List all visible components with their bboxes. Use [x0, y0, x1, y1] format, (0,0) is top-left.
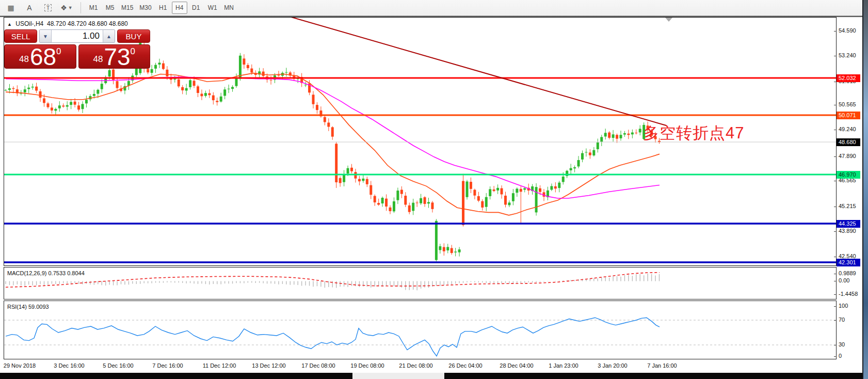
price-tick-tickmark — [834, 207, 837, 207]
rsi-pane[interactable] — [4, 301, 837, 359]
chart-symbol: USOil-,H4 — [15, 20, 43, 27]
macd-tick: -1.4458 — [839, 291, 858, 297]
bottom-bar-left — [0, 373, 352, 379]
rsi-tick: 30 — [839, 341, 845, 348]
time-label: 17 Dec 08:00 — [301, 362, 335, 369]
chart-shift-marker-icon[interactable] — [665, 18, 672, 22]
timeframe-button-m15[interactable]: M15 — [119, 2, 136, 14]
time-label: 13 Dec 12:00 — [252, 362, 285, 369]
timeframe-buttons: M1M5M15M30H1H4D1W1MN — [85, 2, 237, 14]
sell-price-sup: 0 — [56, 46, 61, 57]
timeframe-button-h1[interactable]: H1 — [155, 2, 171, 14]
text-label-icon[interactable]: T — [40, 2, 56, 14]
rsi-label: RSI(14) 59.0093 — [7, 304, 49, 310]
price-tick-tickmark — [834, 105, 837, 105]
rsi-tick: 70 — [839, 317, 845, 323]
price-tag-42.301: 42.301 — [837, 259, 860, 266]
timeframe-button-m1[interactable]: M1 — [86, 2, 101, 14]
text-label-glyph: T — [44, 4, 52, 11]
toolbar: ▦ A T ❖ ▼ M1M5M15M30H1H4D1W1MN — [0, 0, 862, 15]
timeframe-button-h4[interactable]: H4 — [172, 2, 187, 14]
arrow-shapes-icon[interactable]: ❖ ▼ — [59, 2, 74, 14]
price-tick-tickmark — [834, 130, 837, 130]
chart-title: ▲ USOil-,H4 48.720 48.720 48.680 48.680 — [7, 20, 128, 27]
time-label: 28 Dec 04:00 — [500, 362, 533, 369]
price-tick: 45.215 — [839, 203, 856, 209]
time-axis[interactable]: 29 Nov 20183 Dec 16:005 Dec 16:007 Dec 1… — [0, 361, 862, 373]
sell-price-small: 48 — [19, 54, 29, 65]
buy-price-sup: 0 — [131, 46, 135, 57]
price-tick-tickmark — [834, 231, 837, 232]
toolbar-separator — [81, 2, 81, 13]
rsi-tick: 0 — [839, 353, 842, 359]
price-tick: 47.890 — [839, 153, 856, 159]
rsi-tick-tickmark — [834, 356, 837, 357]
time-label: 3 Jan 20:00 — [598, 362, 628, 369]
bottom-bar-right — [444, 373, 862, 379]
macd-tick: 0.9889 — [839, 270, 856, 276]
price-tick: 49.240 — [839, 126, 856, 132]
sell-price-big: 68 — [30, 46, 56, 67]
symbol-marker-icon: ▲ — [7, 22, 12, 27]
price-tag-46.970: 46.970 — [837, 171, 860, 179]
macd-pane[interactable] — [4, 267, 837, 299]
price-tick-tickmark — [834, 156, 837, 157]
rsi-tick-tickmark — [834, 320, 837, 321]
timeframe-button-d1[interactable]: D1 — [188, 2, 204, 14]
chart-annotation-text: 多空转折点47 — [643, 122, 744, 144]
buy-price-small: 48 — [93, 54, 103, 65]
volume-increase-button[interactable]: ▲ — [103, 30, 115, 42]
buy-price-display[interactable]: 48 73 0 — [78, 44, 151, 69]
price-tick-tickmark — [834, 31, 837, 31]
time-label: 21 Dec 08:00 — [399, 362, 432, 369]
volume-stepper: ▼ 1.00 ▲ — [39, 29, 115, 43]
price-tick-tickmark — [834, 257, 837, 257]
timeframe-button-m30[interactable]: M30 — [137, 2, 154, 14]
one-click-trade-panel: SELL ▼ 1.00 ▲ BUY 48 68 0 48 73 0 — [4, 29, 150, 69]
price-tick: 53.240 — [839, 52, 856, 58]
price-tick-tickmark — [834, 56, 837, 56]
time-label: 1 Jan 23:00 — [549, 362, 578, 369]
timeframe-button-m5[interactable]: M5 — [102, 2, 118, 14]
buy-button[interactable]: BUY — [117, 29, 150, 43]
macd-chart[interactable] — [4, 267, 836, 299]
rsi-tick: 100 — [839, 303, 848, 309]
price-axis[interactable]: 54.59053.24051.91550.56549.24047.89046.5… — [837, 17, 862, 373]
price-tag-44.325: 44.325 — [837, 220, 860, 228]
arrow-shapes-glyph: ❖ — [60, 4, 67, 12]
rsi-chart[interactable] — [4, 301, 836, 359]
macd-tick-tickmark — [834, 281, 837, 281]
time-label: 7 Dec 16:00 — [152, 362, 183, 369]
price-tick: 54.590 — [839, 27, 856, 34]
trading-terminal-window: ▦ A T ❖ ▼ M1M5M15M30H1H4D1W1MN ▲ USOil-,… — [0, 0, 868, 379]
time-label: 11 Dec 12:00 — [203, 362, 236, 369]
volume-decrease-button[interactable]: ▼ — [40, 30, 52, 42]
chevron-down-icon: ▼ — [68, 5, 73, 10]
timeframe-button-w1[interactable]: W1 — [205, 2, 220, 14]
sell-price-display[interactable]: 48 68 0 — [4, 44, 76, 69]
time-label: 29 Nov 2018 — [4, 362, 36, 369]
time-label: 5 Dec 16:00 — [103, 362, 133, 369]
price-tick: 50.565 — [839, 101, 856, 107]
price-tag-48.680: 48.680 — [837, 138, 860, 146]
window-edge — [862, 0, 868, 379]
bottom-bar-gap — [352, 373, 444, 379]
macd-label: MACD(12,26,9) 0.7533 0.8044 — [7, 270, 85, 276]
timeframe-button-mn[interactable]: MN — [221, 2, 237, 14]
buy-price-big: 73 — [104, 46, 130, 67]
chart-quotes: 48.720 48.720 48.680 48.680 — [47, 20, 128, 27]
rsi-tick-tickmark — [834, 306, 837, 307]
time-label: 7 Jan 16:00 — [647, 362, 677, 369]
time-label: 19 Dec 08:00 — [350, 362, 384, 369]
text-a-icon[interactable]: A — [22, 2, 37, 14]
indicators-grid-icon[interactable]: ▦ — [3, 2, 19, 14]
macd-tick-tickmark — [834, 294, 837, 295]
price-tick-tickmark — [834, 181, 837, 181]
sell-button[interactable]: SELL — [4, 29, 37, 43]
time-label: 26 Dec 04:00 — [448, 362, 482, 369]
time-label: 3 Dec 16:00 — [54, 362, 84, 369]
rsi-tick-tickmark — [834, 345, 837, 345]
price-tick: 43.890 — [839, 228, 856, 234]
volume-input[interactable]: 1.00 — [52, 30, 103, 42]
macd-tick: 0.00 — [839, 277, 849, 283]
